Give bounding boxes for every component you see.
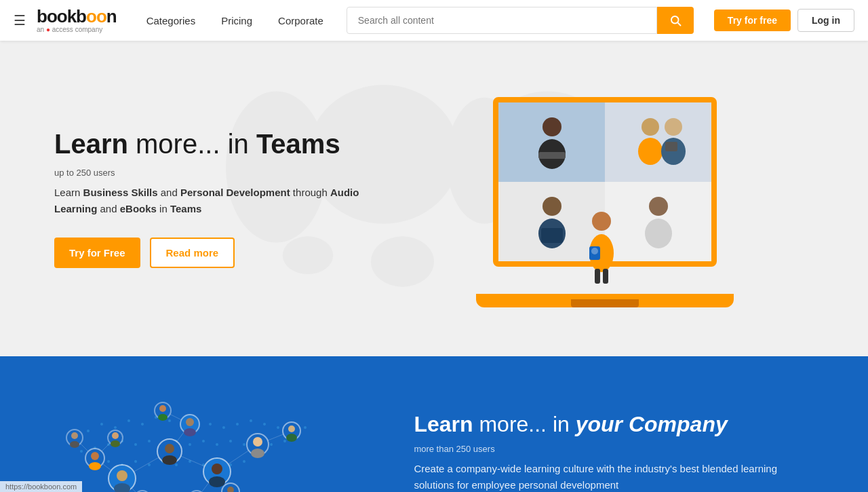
screen-cell-2 [605, 102, 711, 182]
svg-rect-25 [595, 269, 600, 284]
search-bar [347, 7, 694, 34]
svg-point-106 [288, 425, 295, 432]
hero-subtitle: up to 250 users [54, 168, 396, 178]
svg-rect-26 [603, 269, 608, 284]
logo-access-icon: ● [46, 26, 50, 33]
person-1-svg [525, 108, 579, 176]
svg-point-40 [222, 426, 225, 429]
nav-actions: Try for free Log in [714, 9, 854, 32]
hero-title-more: more... in [128, 129, 256, 159]
blue-subtitle: more than 250 users [414, 444, 814, 454]
svg-rect-20 [541, 228, 563, 243]
svg-point-47 [80, 450, 83, 453]
nav-categories[interactable]: Categories [137, 11, 205, 31]
logo-oo: oo [86, 6, 106, 26]
svg-point-104 [184, 428, 196, 436]
svg-point-51 [134, 443, 137, 446]
svg-point-59 [243, 443, 245, 446]
svg-point-113 [70, 441, 79, 448]
svg-point-66 [134, 460, 137, 463]
hamburger-icon[interactable]: ☰ [14, 12, 26, 29]
logo[interactable]: bookboon an ● access company [37, 7, 117, 33]
svg-point-43 [263, 423, 266, 425]
svg-line-1 [677, 22, 680, 25]
svg-point-94 [212, 463, 222, 474]
logo-text: bookboon [37, 7, 117, 25]
laptop-illustration [476, 97, 734, 307]
svg-point-91 [165, 444, 174, 453]
url-bar: https://bookboon.com [0, 481, 82, 492]
person-3-svg [525, 187, 579, 255]
blue-company: your Company [576, 412, 728, 436]
screen-cell-1 [498, 102, 605, 182]
svg-point-62 [283, 440, 286, 442]
persons-2-svg [625, 108, 692, 176]
svg-point-30 [87, 430, 90, 432]
blue-right: Learn more... in your Company more than … [414, 412, 814, 492]
blue-left [54, 383, 373, 492]
blue-more: more... in [473, 412, 576, 436]
search-button[interactable] [657, 7, 694, 34]
navbar: ☰ bookboon an ● access company Categorie… [0, 0, 868, 41]
svg-point-69 [175, 463, 178, 466]
svg-point-44 [277, 426, 279, 429]
svg-point-103 [186, 418, 194, 426]
hero-illustration [396, 90, 814, 307]
svg-point-15 [665, 118, 682, 136]
svg-point-88 [117, 470, 127, 481]
hero-title-learn: Learn [54, 129, 128, 159]
blue-section: Learn more... in your Company more than … [0, 356, 868, 492]
hero-try-button[interactable]: Try for Free [54, 238, 140, 268]
hero-section: Learn more... in Teams up to 250 users L… [0, 41, 868, 356]
svg-point-56 [202, 440, 205, 442]
nav-pricing[interactable]: Pricing [212, 11, 262, 31]
svg-rect-17 [665, 142, 677, 151]
network-nodes [66, 402, 300, 492]
svg-point-13 [642, 118, 659, 136]
svg-point-61 [270, 443, 273, 446]
svg-point-55 [189, 443, 191, 446]
svg-point-42 [250, 419, 252, 422]
laptop-stand [571, 299, 639, 307]
hero-content: Learn more... in Teams up to 250 users L… [54, 129, 396, 268]
svg-point-23 [592, 212, 611, 231]
svg-point-31 [100, 423, 103, 425]
blue-learn: Learn [414, 412, 473, 436]
svg-point-100 [91, 452, 99, 460]
svg-point-32 [114, 426, 117, 429]
svg-point-115 [159, 405, 166, 412]
hero-buttons: Try for Free Read more [54, 238, 396, 268]
person-4-svg [631, 187, 686, 255]
svg-point-116 [158, 414, 167, 421]
svg-point-125 [111, 440, 120, 447]
svg-point-10 [542, 117, 561, 136]
logo-sub: an ● access company [37, 26, 117, 33]
svg-point-97 [253, 437, 262, 447]
svg-point-41 [236, 423, 239, 425]
search-input[interactable] [347, 7, 657, 34]
svg-point-112 [71, 432, 78, 439]
nav-corporate[interactable]: Corporate [269, 11, 333, 31]
svg-point-39 [209, 423, 212, 425]
svg-point-46 [304, 426, 307, 429]
svg-point-64 [107, 460, 110, 463]
hero-title: Learn more... in Teams [54, 129, 396, 159]
svg-point-74 [243, 460, 245, 463]
svg-point-92 [162, 455, 177, 465]
svg-rect-12 [538, 152, 566, 159]
svg-point-52 [148, 440, 151, 442]
svg-point-57 [216, 443, 218, 446]
try-for-free-button[interactable]: Try for free [714, 10, 791, 31]
hero-read-more-button[interactable]: Read more [150, 238, 235, 268]
hero-title-teams: Teams [256, 129, 340, 159]
nav-links: Categories Pricing Corporate [137, 11, 333, 31]
svg-point-101 [89, 462, 101, 470]
svg-point-34 [141, 423, 144, 425]
svg-point-98 [251, 449, 264, 458]
blue-description: Create a company-wide learning culture w… [414, 461, 814, 492]
svg-point-21 [649, 197, 668, 216]
hero-description: Learn Business Skills and Personal Devel… [54, 185, 396, 217]
login-button[interactable]: Log in [797, 9, 854, 32]
svg-point-14 [638, 138, 663, 165]
svg-point-28 [591, 248, 598, 254]
